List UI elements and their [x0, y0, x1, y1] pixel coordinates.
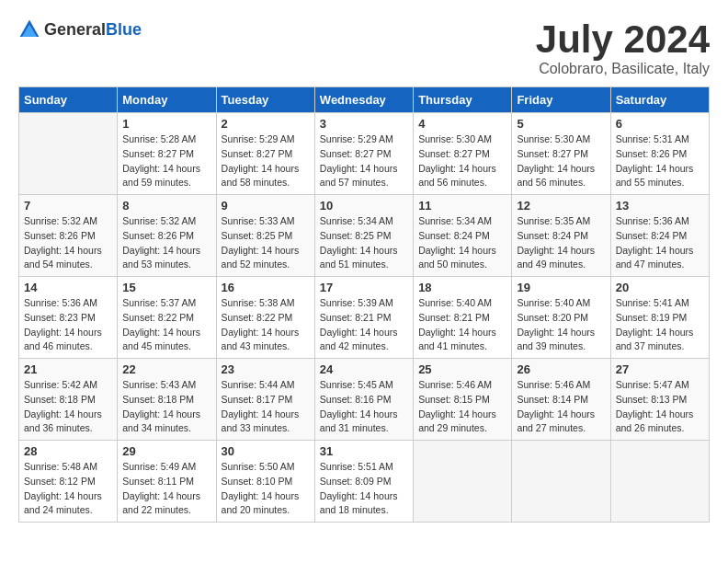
day-cell: 26Sunrise: 5:46 AM Sunset: 8:14 PM Dayli…	[512, 359, 610, 441]
header-cell-saturday: Saturday	[610, 87, 709, 113]
day-cell: 19Sunrise: 5:40 AM Sunset: 8:20 PM Dayli…	[512, 277, 610, 359]
day-number: 19	[517, 281, 605, 294]
day-cell: 21Sunrise: 5:42 AM Sunset: 8:18 PM Dayli…	[19, 359, 118, 441]
day-cell: 14Sunrise: 5:36 AM Sunset: 8:23 PM Dayli…	[19, 277, 118, 359]
day-number: 26	[517, 362, 605, 376]
day-cell: 15Sunrise: 5:37 AM Sunset: 8:22 PM Dayli…	[118, 277, 216, 359]
day-cell	[512, 441, 610, 523]
header-row: SundayMondayTuesdayWednesdayThursdayFrid…	[19, 87, 710, 113]
day-info: Sunrise: 5:39 AM Sunset: 8:21 PM Dayligh…	[320, 296, 408, 354]
day-info: Sunrise: 5:32 AM Sunset: 8:26 PM Dayligh…	[24, 214, 112, 272]
day-number: 20	[616, 281, 704, 294]
day-info: Sunrise: 5:29 AM Sunset: 8:27 PM Dayligh…	[320, 132, 408, 190]
day-number: 3	[320, 117, 408, 131]
day-info: Sunrise: 5:45 AM Sunset: 8:16 PM Dayligh…	[320, 378, 408, 436]
week-row-2: 7Sunrise: 5:32 AM Sunset: 8:26 PM Daylig…	[19, 195, 710, 277]
day-number: 22	[122, 362, 210, 376]
day-info: Sunrise: 5:44 AM Sunset: 8:17 PM Dayligh…	[222, 378, 310, 436]
day-number: 10	[320, 199, 408, 213]
day-cell: 6Sunrise: 5:31 AM Sunset: 8:26 PM Daylig…	[610, 113, 709, 195]
day-cell: 12Sunrise: 5:35 AM Sunset: 8:24 PM Dayli…	[512, 195, 610, 277]
day-number: 7	[24, 199, 112, 213]
day-info: Sunrise: 5:42 AM Sunset: 8:18 PM Dayligh…	[24, 378, 112, 436]
day-cell: 29Sunrise: 5:49 AM Sunset: 8:11 PM Dayli…	[118, 441, 216, 523]
day-info: Sunrise: 5:35 AM Sunset: 8:24 PM Dayligh…	[517, 214, 605, 272]
day-cell: 27Sunrise: 5:47 AM Sunset: 8:13 PM Dayli…	[610, 359, 709, 441]
logo: GeneralBlue	[18, 18, 142, 40]
day-cell: 17Sunrise: 5:39 AM Sunset: 8:21 PM Dayli…	[314, 277, 413, 359]
day-info: Sunrise: 5:49 AM Sunset: 8:11 PM Dayligh…	[122, 460, 210, 518]
logo-blue: Blue	[106, 20, 142, 39]
day-cell: 22Sunrise: 5:43 AM Sunset: 8:18 PM Dayli…	[118, 359, 216, 441]
main-title: July 2024	[536, 18, 710, 61]
day-cell: 31Sunrise: 5:51 AM Sunset: 8:09 PM Dayli…	[314, 441, 413, 523]
day-cell: 8Sunrise: 5:32 AM Sunset: 8:26 PM Daylig…	[118, 195, 216, 277]
day-number: 27	[616, 362, 704, 376]
header-cell-friday: Friday	[512, 87, 610, 113]
day-number: 9	[222, 199, 310, 213]
day-number: 6	[616, 117, 704, 131]
day-number: 2	[222, 117, 310, 131]
day-cell: 7Sunrise: 5:32 AM Sunset: 8:26 PM Daylig…	[19, 195, 118, 277]
day-cell: 4Sunrise: 5:30 AM Sunset: 8:27 PM Daylig…	[414, 113, 512, 195]
calendar-body: 1Sunrise: 5:28 AM Sunset: 8:27 PM Daylig…	[19, 113, 710, 523]
day-number: 30	[222, 444, 310, 458]
day-cell	[610, 441, 709, 523]
day-number: 4	[418, 117, 506, 131]
day-cell	[19, 113, 118, 195]
day-info: Sunrise: 5:28 AM Sunset: 8:27 PM Dayligh…	[122, 132, 210, 190]
day-info: Sunrise: 5:40 AM Sunset: 8:20 PM Dayligh…	[517, 296, 605, 354]
day-cell: 11Sunrise: 5:34 AM Sunset: 8:24 PM Dayli…	[414, 195, 512, 277]
week-row-3: 14Sunrise: 5:36 AM Sunset: 8:23 PM Dayli…	[19, 277, 710, 359]
day-number: 11	[418, 199, 506, 213]
day-info: Sunrise: 5:46 AM Sunset: 8:14 PM Dayligh…	[517, 378, 605, 436]
day-cell: 25Sunrise: 5:46 AM Sunset: 8:15 PM Dayli…	[414, 359, 512, 441]
day-cell: 24Sunrise: 5:45 AM Sunset: 8:16 PM Dayli…	[314, 359, 413, 441]
day-info: Sunrise: 5:36 AM Sunset: 8:24 PM Dayligh…	[616, 214, 704, 272]
day-number: 21	[24, 362, 112, 376]
day-number: 24	[320, 362, 408, 376]
page-header: GeneralBlue July 2024 Colobraro, Basilic…	[18, 18, 710, 77]
day-info: Sunrise: 5:33 AM Sunset: 8:25 PM Dayligh…	[222, 214, 310, 272]
day-info: Sunrise: 5:37 AM Sunset: 8:22 PM Dayligh…	[122, 296, 210, 354]
day-cell	[414, 441, 512, 523]
day-info: Sunrise: 5:41 AM Sunset: 8:19 PM Dayligh…	[616, 296, 704, 354]
day-number: 16	[222, 281, 310, 294]
header-cell-thursday: Thursday	[414, 87, 512, 113]
day-info: Sunrise: 5:34 AM Sunset: 8:24 PM Dayligh…	[418, 214, 506, 272]
day-info: Sunrise: 5:51 AM Sunset: 8:09 PM Dayligh…	[320, 460, 408, 518]
day-cell: 13Sunrise: 5:36 AM Sunset: 8:24 PM Dayli…	[610, 195, 709, 277]
day-number: 5	[517, 117, 605, 131]
day-info: Sunrise: 5:40 AM Sunset: 8:21 PM Dayligh…	[418, 296, 506, 354]
day-info: Sunrise: 5:43 AM Sunset: 8:18 PM Dayligh…	[122, 378, 210, 436]
day-number: 12	[517, 199, 605, 213]
day-number: 1	[122, 117, 210, 131]
day-info: Sunrise: 5:30 AM Sunset: 8:27 PM Dayligh…	[418, 132, 506, 190]
day-number: 17	[320, 281, 408, 294]
day-info: Sunrise: 5:31 AM Sunset: 8:26 PM Dayligh…	[616, 132, 704, 190]
day-number: 13	[616, 199, 704, 213]
header-cell-monday: Monday	[118, 87, 216, 113]
subtitle: Colobraro, Basilicate, Italy	[536, 61, 710, 77]
day-cell: 28Sunrise: 5:48 AM Sunset: 8:12 PM Dayli…	[19, 441, 118, 523]
day-number: 23	[222, 362, 310, 376]
day-number: 31	[320, 444, 408, 458]
day-cell: 30Sunrise: 5:50 AM Sunset: 8:10 PM Dayli…	[216, 441, 314, 523]
day-cell: 9Sunrise: 5:33 AM Sunset: 8:25 PM Daylig…	[216, 195, 314, 277]
day-cell: 10Sunrise: 5:34 AM Sunset: 8:25 PM Dayli…	[314, 195, 413, 277]
logo-icon	[18, 18, 40, 40]
title-block: July 2024 Colobraro, Basilicate, Italy	[536, 18, 710, 77]
day-cell: 18Sunrise: 5:40 AM Sunset: 8:21 PM Dayli…	[414, 277, 512, 359]
day-info: Sunrise: 5:46 AM Sunset: 8:15 PM Dayligh…	[418, 378, 506, 436]
week-row-5: 28Sunrise: 5:48 AM Sunset: 8:12 PM Dayli…	[19, 441, 710, 523]
logo-general: General	[44, 20, 106, 39]
day-number: 15	[122, 281, 210, 294]
day-number: 14	[24, 281, 112, 294]
calendar-table: SundayMondayTuesdayWednesdayThursdayFrid…	[18, 86, 710, 523]
header-cell-tuesday: Tuesday	[216, 87, 314, 113]
day-info: Sunrise: 5:32 AM Sunset: 8:26 PM Dayligh…	[122, 214, 210, 272]
week-row-4: 21Sunrise: 5:42 AM Sunset: 8:18 PM Dayli…	[19, 359, 710, 441]
day-number: 28	[24, 444, 112, 458]
day-cell: 23Sunrise: 5:44 AM Sunset: 8:17 PM Dayli…	[216, 359, 314, 441]
day-info: Sunrise: 5:30 AM Sunset: 8:27 PM Dayligh…	[517, 132, 605, 190]
